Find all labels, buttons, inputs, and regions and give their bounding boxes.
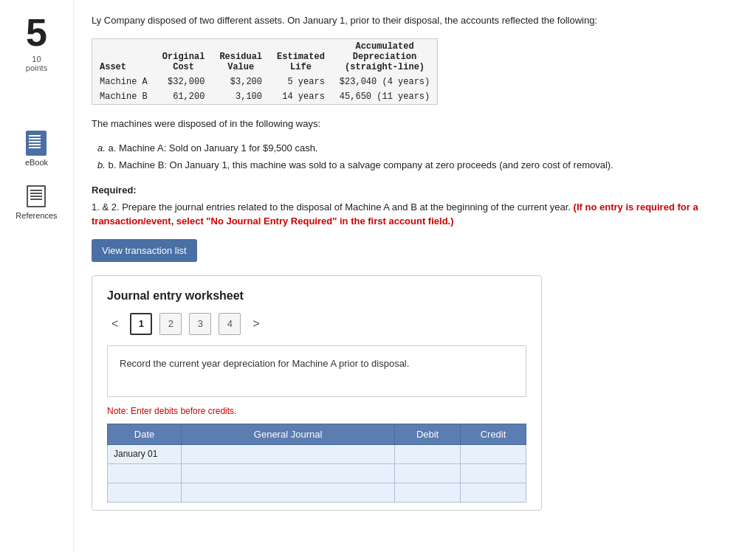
journal-title: Journal entry worksheet	[107, 289, 526, 303]
problem-intro: Ly Company disposed of two different ass…	[92, 13, 738, 28]
journal-row-3	[108, 483, 526, 502]
th-credit: Credit	[461, 424, 526, 444]
references-button[interactable]: References	[16, 184, 57, 220]
debit-cell-1[interactable]	[395, 444, 461, 463]
machine-a-detail: a. a. Machine A: Sold on January 1 for $…	[97, 139, 738, 156]
journal-row-1: January 01	[108, 444, 526, 463]
view-transaction-button[interactable]: View transaction list	[92, 239, 197, 262]
col-residual-value: ResidualValue	[212, 38, 269, 75]
required-text: 1. & 2. Prepare the journal entries rela…	[92, 200, 738, 229]
tab-2[interactable]: 2	[159, 313, 182, 335]
tab-prev-arrow[interactable]: <	[107, 316, 123, 332]
residual-value: $3,200	[212, 75, 269, 89]
date-cell-2	[108, 463, 182, 483]
date-cell-3	[108, 483, 182, 502]
original-cost: 61,200	[155, 89, 213, 105]
col-estimated-life: EstimatedLife	[269, 38, 332, 75]
main-content: Ly Company disposed of two different ass…	[74, 0, 756, 552]
general-journal-cell-3[interactable]	[182, 483, 395, 502]
col-asset: Asset	[92, 38, 155, 75]
ebook-icon	[24, 131, 48, 155]
ebook-button[interactable]: eBook	[24, 131, 48, 167]
debit-cell-2[interactable]	[395, 463, 461, 483]
asset-table: Asset OriginalCost ResidualValue Estimat…	[92, 38, 438, 105]
tab-navigation: < 1 2 3 4 >	[107, 313, 526, 335]
tab-1[interactable]: 1	[130, 313, 152, 335]
accum-dep: 45,650 (11 years)	[332, 89, 438, 105]
journal-worksheet: Journal entry worksheet < 1 2 3 4 > Reco…	[92, 275, 542, 511]
table-row: Machine B 61,200 3,100 14 years 45,650 (…	[92, 89, 438, 105]
tab-3[interactable]: 3	[189, 313, 211, 335]
required-label: Required:	[92, 184, 738, 196]
references-icon	[24, 184, 48, 208]
instruction-text: Record the current year depreciation for…	[120, 358, 409, 369]
ebook-label: eBook	[25, 158, 48, 167]
estimated-life: 5 years	[269, 75, 332, 89]
machine-a-text: a. Machine A: Sold on January 1 for $9,5…	[108, 142, 317, 153]
journal-table: Date General Journal Debit Credit Januar…	[107, 424, 526, 503]
general-journal-cell-1[interactable]	[182, 444, 395, 463]
residual-value: 3,100	[212, 89, 269, 105]
credit-cell-2[interactable]	[461, 463, 526, 483]
estimated-life: 14 years	[269, 89, 332, 105]
asset-name: Machine B	[92, 89, 155, 105]
col-original-cost: OriginalCost	[155, 38, 213, 75]
th-date: Date	[108, 424, 182, 444]
disposal-intro: The machines were disposed of in the fol…	[92, 117, 738, 131]
general-journal-cell-2[interactable]	[182, 463, 395, 483]
required-section: Required: 1. & 2. Prepare the journal en…	[92, 184, 738, 229]
note-text: Note: Enter debits before credits.	[107, 406, 526, 416]
machine-details: a. a. Machine A: Sold on January 1 for $…	[97, 139, 738, 174]
debit-cell-3[interactable]	[395, 483, 461, 502]
machine-b-text: b. Machine B: On January 1, this machine…	[108, 159, 613, 170]
th-debit: Debit	[395, 424, 461, 444]
original-cost: $32,000	[155, 75, 213, 89]
tab-4[interactable]: 4	[219, 313, 241, 335]
left-sidebar: 5 10 points eBook References	[0, 0, 74, 552]
journal-row-2	[108, 463, 526, 483]
sidebar-icons: eBook References	[16, 131, 57, 220]
instruction-box: Record the current year depreciation for…	[107, 345, 526, 397]
credit-cell-3[interactable]	[461, 483, 526, 502]
machine-b-detail: b. b. Machine B: On January 1, this mach…	[97, 156, 738, 173]
references-label: References	[16, 211, 57, 220]
th-general-journal: General Journal	[182, 424, 395, 444]
date-cell-1: January 01	[108, 444, 182, 463]
table-row: Machine A $32,000 $3,200 5 years $23,040…	[92, 75, 438, 89]
col-accum-dep: AccumulatedDepreciation(straight-line)	[332, 38, 438, 75]
credit-cell-1[interactable]	[461, 444, 526, 463]
points-label: 10 points	[26, 55, 47, 72]
tab-next-arrow[interactable]: >	[248, 316, 264, 332]
accum-dep: $23,040 (4 years)	[332, 75, 438, 89]
asset-name: Machine A	[92, 75, 155, 89]
question-number: 5	[26, 13, 47, 52]
